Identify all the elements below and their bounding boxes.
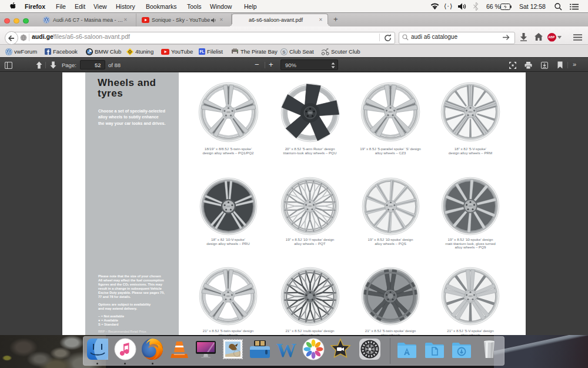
svg-text:S: S (282, 49, 286, 54)
svg-text:FL: FL (200, 49, 205, 54)
svg-text:W: W (276, 339, 296, 360)
